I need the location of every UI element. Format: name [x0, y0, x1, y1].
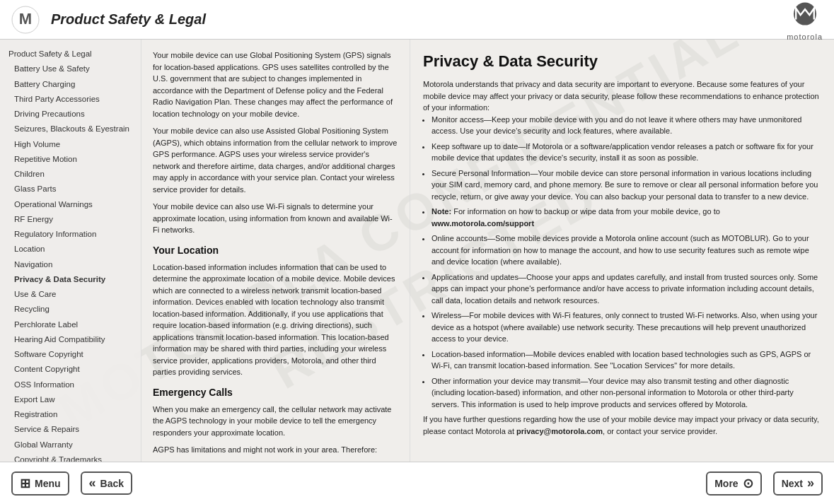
next-icon: »: [807, 476, 814, 491]
right-column: Privacy & Data Security Motorola underst…: [410, 40, 834, 462]
footer-right: More ⊙ Next »: [706, 471, 823, 496]
privacy-bullet-item: Monitor access—Keep your mobile device w…: [432, 114, 821, 137]
gps-para1: Your mobile device can use Global Positi…: [153, 49, 398, 119]
motorola-wordmark: motorola: [787, 33, 823, 41]
sidebar-item[interactable]: High Volume: [6, 137, 141, 152]
sidebar-item[interactable]: Recycling: [6, 302, 141, 317]
svg-text:M: M: [19, 10, 32, 28]
sidebar-item[interactable]: Third Party Accessories: [6, 92, 141, 107]
emergency-heading: Emergency Calls: [153, 385, 398, 400]
middle-column: Your mobile device can use Global Positi…: [141, 40, 410, 462]
privacy-heading: Privacy & Data Security: [423, 49, 821, 73]
sidebar-item[interactable]: RF Energy: [6, 212, 141, 227]
privacy-bullet-item: Applications and updates—Choose your app…: [432, 271, 821, 307]
menu-button[interactable]: ⊞ Menu: [11, 471, 69, 496]
privacy-bullet-item: Secure Personal Information—Your mobile …: [432, 168, 821, 203]
back-button[interactable]: « Back: [81, 471, 132, 495]
sidebar-item[interactable]: Global Warranty: [6, 438, 141, 452]
privacy-email-link[interactable]: privacy@motorola.com: [516, 427, 603, 435]
more-icon: ⊙: [743, 476, 753, 491]
back-icon: «: [89, 476, 96, 491]
sidebar-item[interactable]: Copyright & Trademarks: [6, 452, 141, 462]
sidebar: Product Safety & LegalBattery Use & Safe…: [0, 40, 141, 462]
header: M Product Safety & Legal motorola: [0, 0, 834, 40]
sidebar-item[interactable]: Hearing Aid Compatibility: [6, 332, 141, 347]
sidebar-item[interactable]: Use & Care: [6, 287, 141, 302]
sidebar-item[interactable]: Product Safety & Legal: [6, 47, 141, 61]
privacy-bullet-item: Note: For information on how to backup o…: [432, 206, 821, 229]
privacy-intro: Motorola understands that privacy and da…: [423, 78, 821, 114]
privacy-footer: If you have further questions regarding …: [423, 414, 821, 437]
sidebar-item[interactable]: Navigation: [6, 257, 141, 272]
sidebar-item[interactable]: Glass Parts: [6, 182, 141, 197]
main-layout: Product Safety & LegalBattery Use & Safe…: [0, 40, 834, 462]
sidebar-item[interactable]: Perchlorate Label: [6, 317, 141, 332]
motorola-logo-right: motorola: [787, 0, 823, 41]
your-location-heading: Your Location: [153, 243, 398, 258]
sidebar-item[interactable]: Software Copyright: [6, 347, 141, 362]
privacy-bullet-item: Other information your device may transm…: [432, 375, 821, 411]
motorola-logo-left: M: [11, 6, 40, 34]
emergency-text: When you make an emergency call, the cel…: [153, 404, 398, 439]
sidebar-item[interactable]: Registration: [6, 407, 141, 422]
menu-icon: ⊞: [20, 476, 30, 491]
svg-point-2: [794, 2, 816, 25]
sidebar-item[interactable]: Service & Repairs: [6, 422, 141, 437]
motorola-m-icon: [788, 0, 822, 33]
privacy-bullet-item: Wireless—For mobile devices with Wi-Fi f…: [432, 310, 821, 345]
gps-para2: Your mobile device can also use Assisted…: [153, 125, 398, 195]
sidebar-item[interactable]: Regulatory Information: [6, 227, 141, 242]
sidebar-item[interactable]: Operational Warnings: [6, 197, 141, 212]
privacy-bullets: Monitor access—Keep your mobile device w…: [432, 114, 821, 411]
page-title: Product Safety & Legal: [51, 11, 787, 28]
sidebar-item[interactable]: Repetitive Motion: [6, 152, 141, 167]
next-label: Next: [782, 478, 803, 489]
sidebar-item[interactable]: OSS Information: [6, 377, 141, 392]
sidebar-item[interactable]: Battery Charging: [6, 77, 141, 92]
emergency-para2: AGPS has limitations and might not work …: [153, 444, 398, 456]
sidebar-item[interactable]: Privacy & Data Security: [6, 272, 141, 287]
more-label: More: [714, 478, 738, 489]
sidebar-item[interactable]: Location: [6, 242, 141, 257]
sidebar-item[interactable]: Export Law: [6, 392, 141, 407]
more-button[interactable]: More ⊙: [706, 471, 761, 496]
sidebar-item[interactable]: Battery Use & Safety: [6, 61, 141, 76]
footer: ⊞ Menu « Back More ⊙ Next »: [0, 462, 834, 504]
menu-label: Menu: [35, 478, 61, 489]
content-area: Your mobile device can use Global Positi…: [141, 40, 834, 462]
next-button[interactable]: Next »: [773, 471, 823, 496]
privacy-bullet-item: Online accounts—Some mobile devices prov…: [432, 233, 821, 268]
your-location-text: Location-based information includes info…: [153, 262, 398, 378]
sidebar-item[interactable]: Seizures, Blackouts & Eyestrain: [6, 122, 141, 136]
sidebar-item[interactable]: Driving Precautions: [6, 107, 141, 122]
privacy-bullet-item: Location-based information—Mobile device…: [432, 348, 821, 372]
back-label: Back: [100, 478, 124, 489]
sidebar-item[interactable]: Content Copyright: [6, 362, 141, 377]
privacy-bullet-item: Keep software up to date—If Motorola or …: [432, 141, 821, 164]
sidebar-item[interactable]: Children: [6, 167, 141, 182]
gps-para3: Your mobile device can also use Wi-Fi si…: [153, 201, 398, 236]
